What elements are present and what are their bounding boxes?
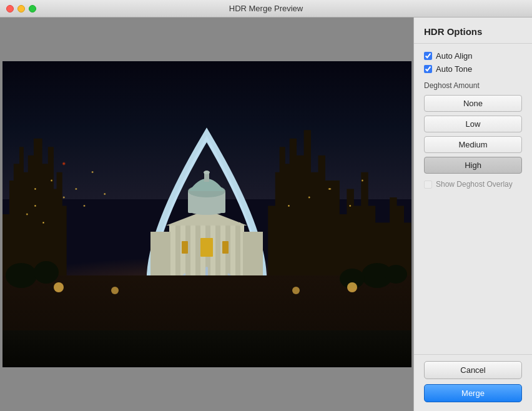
merge-button[interactable]: Merge	[424, 384, 522, 402]
deghost-label: Deghost Amount	[424, 81, 522, 90]
main-content: HDR Options Auto Align Auto Tone Deghost…	[0, 17, 532, 411]
show-overlay-label: Show Deghost Overlay	[436, 180, 513, 189]
maximize-button[interactable]	[29, 5, 36, 12]
deghost-high-button[interactable]: High	[424, 157, 522, 174]
deghost-low-button[interactable]: Low	[424, 116, 522, 132]
deghost-medium-button[interactable]: Medium	[424, 136, 522, 153]
svg-point-34	[54, 282, 64, 292]
deghost-overlay-row: Show Deghost Overlay	[424, 180, 522, 189]
image-panel	[0, 17, 413, 411]
deghost-none-button[interactable]: None	[424, 95, 522, 112]
street	[2, 330, 411, 367]
title-bar: HDR Merge Preview	[0, 0, 532, 17]
auto-align-row: Auto Align	[424, 51, 522, 61]
auto-align-label: Auto Align	[436, 51, 473, 61]
auto-tone-row: Auto Tone	[424, 64, 522, 74]
options-footer: Cancel Merge	[414, 354, 532, 411]
svg-point-36	[292, 287, 300, 294]
options-header: HDR Options	[414, 17, 532, 44]
svg-point-35	[111, 287, 119, 294]
photo-container	[2, 61, 411, 367]
show-overlay-checkbox	[424, 181, 432, 189]
svg-point-13	[204, 171, 210, 174]
auto-tone-checkbox[interactable]	[424, 65, 432, 73]
photo-canvas	[2, 61, 411, 367]
close-button[interactable]	[6, 5, 14, 12]
options-panel: HDR Options Auto Align Auto Tone Deghost…	[413, 17, 532, 411]
minimize-button[interactable]	[17, 5, 25, 12]
svg-point-37	[347, 282, 357, 292]
streetlights-svg	[2, 275, 411, 312]
auto-align-checkbox[interactable]	[424, 52, 432, 60]
options-body: Auto Align Auto Tone Deghost Amount None…	[414, 44, 532, 354]
auto-tone-label: Auto Tone	[436, 64, 472, 74]
traffic-lights	[6, 5, 36, 12]
deghost-buttons: None Low Medium High	[424, 95, 522, 174]
window-title: HDR Merge Preview	[229, 4, 303, 13]
cancel-button[interactable]: Cancel	[424, 361, 522, 379]
